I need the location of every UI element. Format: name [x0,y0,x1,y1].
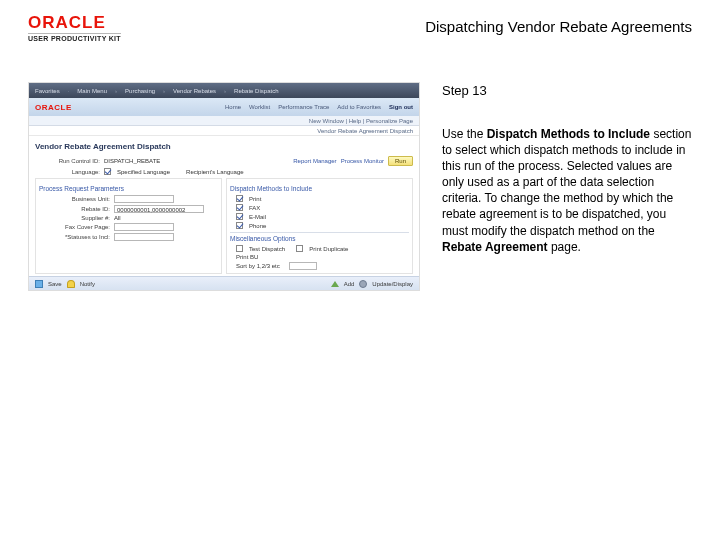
instr-bold: Dispatch Methods to Include [487,127,650,141]
shot-page-crumb: Vendor Rebate Agreement Dispatch [29,126,419,136]
add-button[interactable]: Add [344,281,355,287]
crumb-item: Main Menu [77,88,107,94]
shot-tab[interactable]: Add to Favorites [337,104,381,110]
checkbox-print-duplicate[interactable] [296,245,303,252]
fax-cover-input[interactable] [114,223,174,231]
checkbox-test-dispatch[interactable] [236,245,243,252]
supplier-value: All [114,215,121,221]
shot-utility-links[interactable]: New Window | Help | Personalize Page [29,116,419,126]
crumb-item: Rebate Dispatch [234,88,278,94]
report-manager-link[interactable]: Report Manager [293,158,336,164]
instr-text: page. [548,240,581,254]
rebate-id-input[interactable]: 0000000001,0000000002 [114,205,204,213]
col-title: Miscellaneous Options [230,232,409,244]
screenshot-panel: Favorites· Main Menu› Purchasing› Vendor… [28,82,420,291]
brand-subtitle: USER PRODUCTIVITY KIT [28,33,121,42]
shot-tab[interactable]: Sign out [389,104,413,110]
checkbox-phone[interactable] [236,222,243,229]
instr-text: section to select which dispatch methods… [442,127,691,238]
checkbox-label: Print [249,196,261,202]
checkbox-label: Test Dispatch [249,246,285,252]
field-label: Rebate ID: [45,206,110,212]
add-icon [331,281,339,287]
crumb-item: Purchasing [125,88,155,94]
field-label: Fax Cover Page: [45,224,110,230]
brand-logo: ORACLE USER PRODUCTIVITY KIT [28,14,121,42]
crumb-item: Favorites [35,88,60,94]
instr-bold: Rebate Agreement [442,240,548,254]
process-monitor-link[interactable]: Process Monitor [341,158,384,164]
shot-footer: Save Notify Add Update/Display [29,276,419,290]
instruction-panel: Step 13 Use the Dispatch Methods to Incl… [442,82,692,291]
save-icon [35,280,43,288]
lang-recipient-text: Recipient's Language [186,169,244,175]
app-screenshot: Favorites· Main Menu› Purchasing› Vendor… [28,82,420,291]
col-title: Dispatch Methods to Include [230,183,409,194]
shot-header-bar: ORACLE Home Worklist Performance Trace A… [29,98,419,116]
checkbox-label: FAX [249,205,260,211]
checkbox-label: Print Duplicate [309,246,348,252]
shot-page-title: Vendor Rebate Agreement Dispatch [29,136,419,155]
checkbox-print[interactable] [236,195,243,202]
radio-specified-language[interactable] [104,168,111,175]
shot-breadcrumb-bar: Favorites· Main Menu› Purchasing› Vendor… [29,83,419,98]
lang-option-text: Specified Language [117,169,170,175]
shot-tab[interactable]: Home [225,104,241,110]
step-label: Step 13 [442,82,692,100]
brand-word: ORACLE [28,14,121,31]
col-dispatch-methods: Dispatch Methods to Include Print FAX E-… [226,178,413,274]
checkbox-fax[interactable] [236,204,243,211]
shot-language-row: Language: Specified Language Recipient's… [29,167,419,176]
instruction-text: Use the Dispatch Methods to Include sect… [442,126,692,256]
col-process-request: Process Request Parameters Business Unit… [35,178,222,274]
shot-brand-mini: ORACLE [35,103,72,112]
field-label: Business Unit: [45,196,110,202]
shot-runcontrol-row: Run Control ID: DISPATCH_REBATE Report M… [29,155,419,167]
language-label: Language: [35,169,100,175]
checkbox-label: Phone [249,223,266,229]
crumb-item: Vendor Rebates [173,88,216,94]
shot-tab[interactable]: Performance Trace [278,104,329,110]
field-label: *Statuses to Incl: [45,234,110,240]
update-display-button[interactable]: Update/Display [372,281,413,287]
notify-icon [67,280,75,288]
runcontrol-value: DISPATCH_REBATE [104,158,160,164]
page-title: Dispatching Vendor Rebate Agreements [425,18,692,35]
business-unit-input[interactable] [114,195,174,203]
shot-tab[interactable]: Worklist [249,104,270,110]
run-button[interactable]: Run [388,156,413,166]
checkbox-label: E-Mail [249,214,266,220]
checkbox-email[interactable] [236,213,243,220]
instr-text: Use the [442,127,487,141]
runcontrol-label: Run Control ID: [35,158,100,164]
notify-button[interactable]: Notify [80,281,95,287]
update-icon [359,280,367,288]
field-label: Sort by 1,2/3 etc [236,263,280,269]
statuses-input[interactable] [114,233,174,241]
shot-columns: Process Request Parameters Business Unit… [29,176,419,276]
field-label: Supplier #: [45,215,110,221]
checkbox-label: Print BU [236,254,258,260]
save-button[interactable]: Save [48,281,62,287]
col-title: Process Request Parameters [39,183,218,194]
sortby-input[interactable] [289,262,317,270]
